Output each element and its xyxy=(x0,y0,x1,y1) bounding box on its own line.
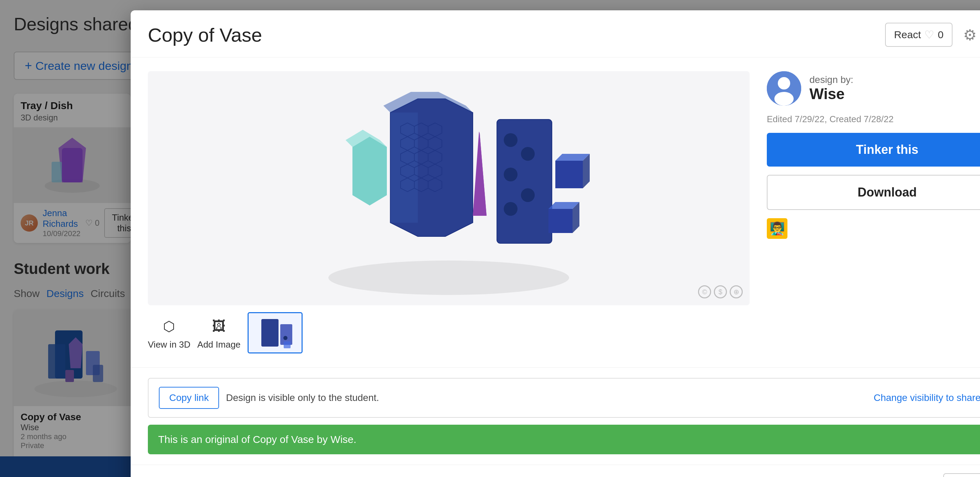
svg-rect-44 xyxy=(549,209,573,233)
cc-icon: © xyxy=(698,285,711,298)
thumbnail-svg xyxy=(255,317,296,348)
view-3d-label: View in 3D xyxy=(148,339,191,350)
thumbnail-row: ⬡ View in 3D 🖼 Add Image xyxy=(148,312,749,353)
visibility-text: Design is visible only to the student. xyxy=(226,392,867,404)
download-button[interactable]: Download xyxy=(767,175,980,210)
settings-button[interactable]: ⚙ xyxy=(959,24,980,45)
change-visibility-label: Change visibility to share xyxy=(874,392,980,404)
svg-point-37 xyxy=(521,147,535,161)
original-banner-text: This is an original of Copy of Vase by W… xyxy=(158,434,356,445)
svg-point-36 xyxy=(504,133,517,147)
modal-footer-section: Copy link Design is visible only to the … xyxy=(130,367,980,464)
designer-name: Wise xyxy=(810,85,853,102)
cc-by-icon: $ xyxy=(714,285,727,298)
modal-sidebar: design by: Wise Edited 7/29/22, Created … xyxy=(767,71,980,353)
svg-point-52 xyxy=(778,77,790,89)
react-button[interactable]: React ♡ 0 xyxy=(885,23,953,47)
modal-body: © $ ⊕ ⬡ View in 3D 🖼 Add Image xyxy=(130,57,980,367)
cc-nc-icon: ⊕ xyxy=(730,285,743,298)
designer-row: design by: Wise xyxy=(767,71,980,106)
add-image-button[interactable]: 🖼 Add Image xyxy=(197,316,241,350)
avatar-svg xyxy=(767,71,801,106)
modal-header-actions: React ♡ 0 ⚙ ✕ xyxy=(885,23,980,47)
original-banner: This is an original of Copy of Vase by W… xyxy=(148,425,980,454)
cc-license-badge: © $ ⊕ xyxy=(698,285,743,298)
image-icon: 🖼 xyxy=(209,316,229,337)
react-label: React xyxy=(894,29,921,41)
designer-avatar xyxy=(767,71,801,106)
svg-point-40 xyxy=(504,202,517,216)
selected-thumbnail[interactable] xyxy=(248,312,302,353)
gear-icon: ⚙ xyxy=(963,26,977,44)
model-viewport: © $ ⊕ xyxy=(148,71,749,305)
svg-point-12 xyxy=(328,260,569,295)
close-modal-button[interactable]: Close xyxy=(943,473,980,477)
classroom-icon: 👨‍🏫 xyxy=(770,221,785,236)
svg-rect-41 xyxy=(555,161,583,188)
svg-point-53 xyxy=(774,92,794,106)
tinker-this-button[interactable]: Tinker this xyxy=(767,133,980,167)
heart-icon-modal: ♡ xyxy=(924,28,934,41)
modal-bottom-bar: ⚑ Close xyxy=(130,464,980,477)
react-count: 0 xyxy=(938,29,943,41)
svg-point-49 xyxy=(283,336,288,340)
edit-date: Edited 7/29/22, Created 7/28/22 xyxy=(767,114,980,124)
visibility-row: Copy link Design is visible only to the … xyxy=(148,378,980,418)
svg-rect-47 xyxy=(261,319,278,346)
modal-preview: © $ ⊕ ⬡ View in 3D 🖼 Add Image xyxy=(148,71,749,353)
copy-link-button[interactable]: Copy link xyxy=(159,387,219,409)
3d-model-svg xyxy=(301,78,597,298)
cube-3d-icon: ⬡ xyxy=(159,316,180,337)
add-image-label: Add Image xyxy=(197,339,241,350)
designer-info: design by: Wise xyxy=(810,74,853,102)
modal-title: Copy of Vase xyxy=(148,24,262,46)
classroom-icon-badge: 👨‍🏫 xyxy=(767,218,788,239)
modal-header: Copy of Vase React ♡ 0 ⚙ ✕ xyxy=(130,10,980,57)
design-by-label: design by: xyxy=(810,74,853,85)
change-visibility-button[interactable]: Change visibility to share ✓ xyxy=(874,392,980,404)
svg-point-39 xyxy=(521,188,535,202)
svg-rect-50 xyxy=(284,341,291,348)
svg-marker-34 xyxy=(473,131,487,216)
svg-marker-31 xyxy=(352,137,387,206)
view-3d-button[interactable]: ⬡ View in 3D xyxy=(148,316,191,350)
modal-dialog: Copy of Vase React ♡ 0 ⚙ ✕ xyxy=(130,10,980,477)
svg-point-38 xyxy=(504,168,517,181)
